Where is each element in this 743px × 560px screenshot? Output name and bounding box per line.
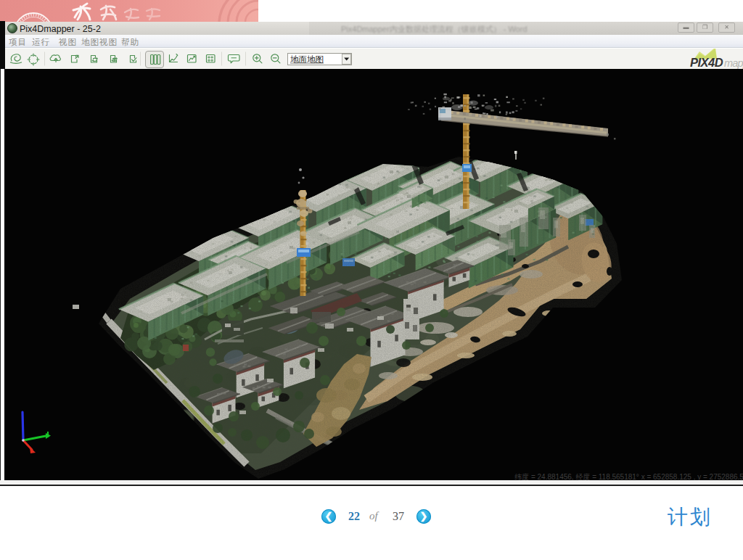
svg-text:PIX4D: PIX4D	[690, 56, 723, 69]
svg-text:mapper: mapper	[724, 57, 743, 69]
svg-text:纬度 = 24.881456, 经度 = 118.56518: 纬度 = 24.881456, 经度 = 118.565181° x = 652…	[514, 473, 743, 480]
svg-text:地面地图: 地面地图	[290, 55, 324, 64]
